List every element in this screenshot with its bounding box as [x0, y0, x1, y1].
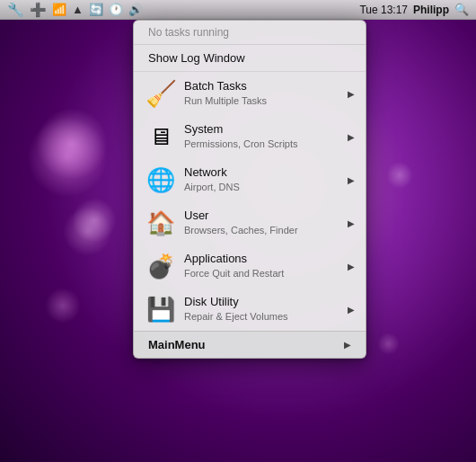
applications-icon: 💣 [145, 250, 177, 282]
bokeh-3 [45, 288, 81, 324]
network-subtitle: Airport, DNS [184, 181, 344, 193]
batch-tasks-icon: 🧹 [145, 77, 177, 110]
menu-item-system[interactable]: 🖥 System Permissions, Cron Scripts ▶ [134, 115, 366, 158]
menu-item-network[interactable]: 🌐 Network Airport, DNS ▶ [134, 158, 366, 201]
system-subtitle: Permissions, Cron Scripts [184, 138, 344, 150]
disk-utility-subtitle: Repair & Eject Volumes [184, 310, 344, 323]
wifi-icon[interactable]: 📶 [52, 3, 66, 16]
menu-item-batch-tasks[interactable]: 🧹 Batch Tasks Run Multiple Tasks ▶ [134, 72, 366, 115]
menubar-user: Philipp [413, 4, 449, 16]
network-icon: 🌐 [145, 164, 177, 196]
menu-footer-chevron: ▶ [344, 340, 351, 350]
system-icon: 🖥 [145, 120, 177, 153]
menubar-time: Tue 13:17 [359, 4, 408, 16]
applications-subtitle: Force Quit and Restart [184, 267, 344, 280]
applications-chevron: ▶ [348, 262, 355, 271]
eject-icon[interactable]: ▲ [72, 3, 84, 16]
bokeh-5 [377, 333, 400, 355]
user-title: User [184, 209, 344, 224]
app-icon-1[interactable]: 🔧 [7, 2, 24, 18]
menubar-right: Tue 13:17 Philipp 🔍 [359, 3, 469, 16]
menu-footer[interactable]: MainMenu ▶ [134, 331, 366, 358]
network-text: Network Airport, DNS [184, 165, 344, 193]
disk-utility-title: Disk Utility [184, 295, 344, 310]
show-log-item[interactable]: Show Log Window [134, 45, 366, 72]
menu-item-applications[interactable]: 💣 Applications Force Quit and Restart ▶ [134, 244, 366, 288]
disk-utility-text: Disk Utility Repair & Eject Volumes [184, 295, 344, 323]
menu-item-disk-utility[interactable]: 💾 Disk Utility Repair & Eject Volumes ▶ [134, 288, 366, 331]
user-chevron: ▶ [348, 218, 355, 228]
volume-icon[interactable]: 🔊 [128, 3, 143, 16]
clock-icon[interactable]: 🕐 [109, 3, 123, 16]
batch-tasks-title: Batch Tasks [184, 79, 344, 94]
app-icon-2[interactable]: ➕ [30, 2, 47, 18]
disk-utility-icon: 💾 [145, 293, 177, 325]
batch-tasks-chevron: ▶ [348, 89, 355, 99]
bokeh-4 [386, 162, 413, 189]
menu-item-user[interactable]: 🏠 User Browsers, Caches, Finder ▶ [134, 201, 366, 244]
network-chevron: ▶ [348, 175, 355, 185]
system-text: System Permissions, Cron Scripts [184, 122, 344, 150]
search-icon[interactable]: 🔍 [454, 3, 469, 16]
system-title: System [184, 122, 344, 138]
applications-text: Applications Force Quit and Restart [184, 252, 344, 280]
system-chevron: ▶ [348, 132, 355, 142]
menubar: 🔧 ➕ 📶 ▲ 🔄 🕐 🔊 Tue 13:17 Philipp 🔍 [0, 0, 476, 20]
bokeh-1 [27, 117, 108, 198]
batch-tasks-subtitle: Run Multiple Tasks [184, 94, 344, 107]
user-subtitle: Browsers, Caches, Finder [184, 224, 344, 236]
sync-icon[interactable]: 🔄 [89, 3, 103, 16]
menu-status: No tasks running [134, 21, 366, 45]
menu-footer-label: MainMenu [148, 338, 206, 351]
user-icon: 🏠 [145, 207, 177, 239]
desktop: 🔧 ➕ 📶 ▲ 🔄 🕐 🔊 Tue 13:17 Philipp 🔍 No tas… [0, 0, 476, 462]
disk-utility-chevron: ▶ [348, 305, 355, 315]
dropdown-menu: No tasks running Show Log Window 🧹 Batch… [133, 20, 366, 359]
applications-title: Applications [184, 252, 344, 267]
user-text: User Browsers, Caches, Finder [184, 209, 344, 236]
bokeh-2 [63, 207, 112, 256]
network-title: Network [184, 165, 344, 181]
batch-tasks-text: Batch Tasks Run Multiple Tasks [184, 79, 344, 107]
menubar-left: 🔧 ➕ 📶 ▲ 🔄 🕐 🔊 [7, 2, 143, 18]
